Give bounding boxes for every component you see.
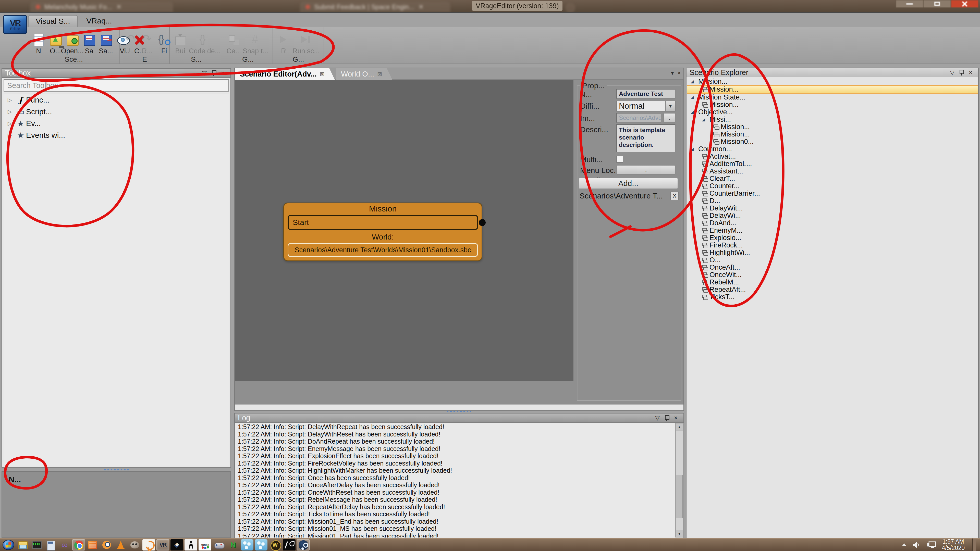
ribbon-button[interactable]: U...	[123, 33, 138, 55]
panel-pin-icon[interactable]	[957, 68, 966, 76]
tree-item[interactable]: ◢ Mission State...	[687, 94, 978, 101]
toolbox-search-input[interactable]: Search Toolbox	[3, 79, 229, 92]
ribbon-tab[interactable]: VRaq...	[80, 15, 119, 27]
name-field[interactable]: Adventure Test	[616, 89, 676, 99]
browser-tab-close-icon[interactable]: ✕	[418, 3, 424, 11]
ribbon-tab[interactable]: Visual S...	[28, 15, 78, 27]
ribbon-button[interactable]: R...	[139, 33, 155, 55]
space-engineers-icon[interactable]: ◈	[170, 539, 183, 551]
panel-pin-icon[interactable]	[662, 414, 671, 422]
tree-item[interactable]: ◢ Assistant...	[687, 168, 978, 175]
ribbon-button[interactable]: Run sc...	[293, 33, 320, 55]
collapsed-expander-icon[interactable]: ▷	[8, 121, 15, 127]
tree-item[interactable]: ◢ Mission...	[687, 85, 978, 94]
tree-item[interactable]: ◢ Objective...	[687, 108, 978, 116]
ribbon-button[interactable]: Sa	[81, 33, 97, 55]
clock[interactable]: 1:57 AM 4/5/2020	[942, 538, 965, 551]
tornado-app-icon[interactable]	[142, 539, 155, 551]
tree-item[interactable]: ◢ OnceWit...	[687, 271, 978, 279]
tree-item[interactable]: ◢ EnemyM...	[687, 227, 978, 234]
tree-item[interactable]: ◢ FireRock...	[687, 241, 978, 249]
scrollbar-thumb[interactable]	[676, 475, 682, 518]
tab-world-outliner[interactable]: World O... ⊠	[336, 68, 392, 80]
open-dropdown-caret-icon[interactable]	[59, 46, 64, 48]
zsnes-icon[interactable]: zsnes	[199, 539, 211, 551]
tab-scenario-editor[interactable]: Scenario Editor(Adv... ⊠	[235, 68, 335, 80]
network-icon[interactable]	[926, 541, 936, 549]
tree-item[interactable]: ◢ DelayWit...	[687, 205, 978, 212]
panel-close-icon[interactable]: ×	[218, 69, 228, 77]
expander-icon[interactable]: ◢	[690, 110, 698, 115]
speaker-icon[interactable]	[912, 541, 921, 549]
expander-icon[interactable]: ◢	[690, 79, 698, 84]
tree-item[interactable]: ◢ Mission...	[687, 101, 978, 108]
collapsed-bottom-left-panel[interactable]: N...	[2, 471, 231, 538]
vrage-editor-icon[interactable]: VR	[156, 539, 169, 551]
multiplayer-checkbox[interactable]	[616, 156, 623, 163]
description-field[interactable]: This is template scenario description.	[616, 124, 676, 152]
calculator-icon[interactable]	[44, 539, 57, 551]
visual-studio-icon[interactable]: ∞	[58, 539, 71, 551]
image-browse-button[interactable]: .	[663, 113, 676, 123]
resource-monitor-icon[interactable]	[30, 539, 43, 551]
log-vertical-scrollbar[interactable]: ▲ ▼	[675, 423, 683, 537]
ribbon-button[interactable]: Snap t...	[243, 33, 269, 55]
remove-world-button[interactable]: X	[670, 192, 679, 200]
ribbon-button[interactable]: N	[30, 33, 46, 55]
ribbon-button[interactable]: Bui	[172, 33, 188, 55]
tree-item[interactable]: ◢ Common...	[687, 145, 978, 153]
tree-item[interactable]: ◢ DelayWi...	[687, 212, 978, 219]
tree-item[interactable]: ◢ OnceAft...	[687, 264, 978, 271]
horizontal-splitter[interactable]	[234, 410, 684, 413]
mission-start-slot[interactable]: Start	[288, 215, 478, 230]
panel-close-icon[interactable]: ×	[966, 68, 975, 76]
tree-item[interactable]: ◢ AddItemToL...	[687, 160, 978, 168]
tree-item[interactable]: ◢ Counter...	[687, 183, 978, 190]
ribbon-button[interactable]: Open...	[64, 33, 80, 55]
blue-app-icon-1[interactable]	[241, 539, 253, 551]
tree-item[interactable]: ◢ TicksT...	[687, 293, 978, 301]
tree-item[interactable]: ◢ Mission...	[687, 78, 978, 85]
start-button[interactable]	[2, 539, 15, 551]
tree-item[interactable]: ◢ O...	[687, 256, 978, 264]
toolbox-item[interactable]: ▷ ▭ Script...	[3, 106, 229, 118]
expander-icon[interactable]: ◢	[690, 146, 698, 152]
tree-item[interactable]: ◢ CounterBarrier...	[687, 190, 978, 197]
collapsed-expander-icon[interactable]: ▷	[8, 109, 15, 115]
tree-item[interactable]: ◢ Mission0...	[687, 138, 978, 145]
collapsed-expander-icon[interactable]: ▷	[8, 132, 15, 138]
ribbon-button[interactable]: Ce...	[226, 33, 242, 55]
tree-item[interactable]: ◢ Mission...	[687, 123, 978, 130]
expander-icon[interactable]: ◢	[702, 117, 710, 122]
world-list-item[interactable]: Scenarios\Adventure T... X	[579, 192, 679, 200]
tree-item[interactable]: ◢ RepeatAft...	[687, 286, 978, 293]
show-desktop-button[interactable]	[972, 538, 976, 551]
browser-tab-close-icon[interactable]: ✕	[116, 3, 121, 11]
collapsed-expander-icon[interactable]: ▷	[8, 97, 15, 103]
gamepad-emulator-icon[interactable]	[213, 539, 225, 551]
ribbon-button[interactable]: R	[275, 33, 291, 55]
output-connector[interactable]	[479, 219, 486, 226]
blue-app-icon-2[interactable]	[255, 539, 267, 551]
canvas-horizontal-scrollbar[interactable]	[235, 404, 683, 410]
toolbox-item[interactable]: ▷ ƒ Func...	[3, 94, 229, 106]
tab-close-icon[interactable]: ⊠	[320, 71, 325, 78]
maximize-button[interactable]	[923, 0, 951, 8]
file-explorer-icon[interactable]	[16, 539, 29, 551]
tree-item[interactable]: ◢ Missi...	[687, 116, 978, 123]
panel-pin-icon[interactable]	[209, 69, 218, 77]
document-close-icon[interactable]: ×	[678, 70, 681, 76]
gimp-icon[interactable]	[128, 539, 141, 551]
browser-tab-2[interactable]: Submit Feedback | Space Engin... ✕	[300, 2, 450, 12]
tab-list-icon[interactable]: ▾	[671, 70, 674, 76]
toolbox-item[interactable]: ▷ ★ Events wi...	[3, 129, 229, 141]
blender-icon[interactable]	[100, 539, 113, 551]
dark-art-app-icon[interactable]	[283, 539, 296, 551]
show-hidden-icons-icon[interactable]	[902, 543, 907, 546]
tab-close-icon[interactable]: ⊠	[377, 71, 382, 78]
panel-menu-icon[interactable]: ▽	[948, 68, 957, 76]
scroll-down-icon[interactable]: ▼	[676, 530, 683, 537]
steam-icon[interactable]	[297, 539, 310, 551]
tree-item[interactable]: ◢ Activat...	[687, 153, 978, 160]
add-button[interactable]: Add...	[579, 178, 678, 189]
